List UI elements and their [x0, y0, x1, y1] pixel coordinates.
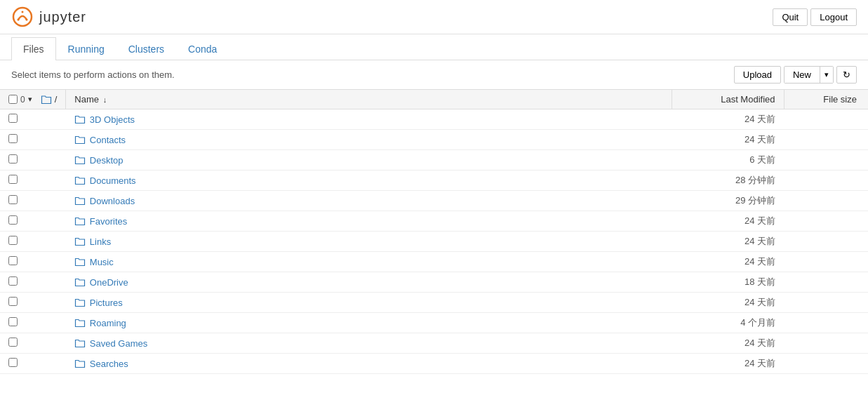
folder-icon [74, 257, 86, 267]
row-name-cell: Music [66, 252, 672, 272]
folder-icon [74, 216, 86, 226]
folder-icon [74, 338, 86, 348]
row-size-cell [784, 272, 868, 293]
folder-icon [74, 175, 86, 185]
row-checkbox-12[interactable] [8, 358, 18, 367]
folder-icon [74, 359, 86, 368]
th-check: 0 ▾ / [0, 90, 66, 109]
folder-link-8[interactable]: OneDrive [74, 277, 663, 288]
row-check-cell [0, 191, 66, 211]
new-dropdown-button[interactable]: ▾ [820, 67, 833, 83]
row-modified-cell: 24 天前 [672, 354, 784, 374]
table-row: Documents 28 分钟前 [0, 171, 868, 191]
select-all-checkbox[interactable] [8, 95, 18, 104]
th-name[interactable]: Name ↓ [66, 90, 672, 109]
table-row: OneDrive 18 天前 [0, 272, 868, 293]
table-row: Searches 24 天前 [0, 354, 868, 374]
row-checkbox-4[interactable] [8, 195, 18, 204]
file-name: Documents [90, 175, 136, 186]
row-modified-cell: 24 天前 [672, 130, 784, 150]
app-header: jupyter Quit Logout [0, 0, 868, 34]
folder-link-6[interactable]: Links [74, 236, 663, 247]
row-checkbox-6[interactable] [8, 236, 18, 245]
selected-count: 0 [20, 95, 25, 105]
new-button[interactable]: New [784, 67, 820, 83]
folder-link-11[interactable]: Saved Games [74, 338, 663, 349]
tab-files[interactable]: Files [11, 37, 56, 60]
tab-clusters[interactable]: Clusters [116, 37, 176, 60]
new-button-group: New ▾ [784, 66, 834, 84]
row-size-cell [784, 293, 868, 313]
row-checkbox-2[interactable] [8, 154, 18, 164]
row-check-cell [0, 211, 66, 232]
row-check-cell [0, 150, 66, 171]
folder-link-5[interactable]: Favorites [74, 216, 663, 227]
folder-link-4[interactable]: Downloads [74, 196, 663, 206]
th-last-modified[interactable]: Last Modified [672, 90, 784, 109]
row-checkbox-3[interactable] [8, 175, 18, 184]
table-row: Roaming 4 个月前 [0, 313, 868, 333]
row-modified-cell: 24 天前 [672, 252, 784, 272]
row-name-cell: Downloads [66, 191, 672, 211]
folder-link-3[interactable]: Documents [74, 175, 663, 186]
table-row: Desktop 6 天前 [0, 150, 868, 171]
row-size-cell [784, 354, 868, 374]
row-checkbox-0[interactable] [8, 114, 18, 123]
row-check-cell [0, 171, 66, 191]
row-modified-cell: 24 天前 [672, 293, 784, 313]
row-checkbox-1[interactable] [8, 134, 18, 143]
quit-button[interactable]: Quit [773, 8, 808, 26]
row-size-cell [784, 130, 868, 150]
tab-running[interactable]: Running [56, 37, 116, 60]
folder-link-7[interactable]: Music [74, 257, 663, 267]
table-row: Contacts 24 天前 [0, 130, 868, 150]
row-modified-cell: 4 个月前 [672, 313, 784, 333]
row-modified-cell: 28 分钟前 [672, 171, 784, 191]
jupyter-logo-icon [11, 6, 34, 28]
logout-button[interactable]: Logout [810, 8, 857, 26]
folder-link-12[interactable]: Searches [74, 359, 663, 369]
row-name-cell: Desktop [66, 150, 672, 171]
select-hint: Select items to perform actions on them. [11, 69, 175, 80]
row-checkbox-10[interactable] [8, 317, 18, 326]
row-check-cell [0, 293, 66, 313]
path-folder-icon [41, 95, 52, 105]
folder-link-9[interactable]: Pictures [74, 298, 663, 308]
upload-button[interactable]: Upload [734, 66, 781, 84]
row-check-cell [0, 130, 66, 150]
folder-link-2[interactable]: Desktop [74, 155, 663, 166]
refresh-button[interactable]: ↻ [836, 66, 857, 84]
row-name-cell: Roaming [66, 313, 672, 333]
folder-link-0[interactable]: 3D Objects [74, 114, 663, 125]
row-size-cell [784, 313, 868, 333]
folder-icon [74, 135, 86, 145]
file-name: Searches [90, 359, 128, 369]
row-checkbox-8[interactable] [8, 276, 18, 286]
row-name-cell: Pictures [66, 293, 672, 313]
table-row: Pictures 24 天前 [0, 293, 868, 313]
file-name: Pictures [90, 298, 123, 308]
row-check-cell [0, 252, 66, 272]
row-size-cell [784, 232, 868, 252]
folder-link-10[interactable]: Roaming [74, 318, 663, 328]
row-name-cell: Saved Games [66, 333, 672, 354]
row-checkbox-11[interactable] [8, 338, 18, 347]
row-check-cell [0, 109, 66, 130]
count-dropdown-icon[interactable]: ▾ [28, 95, 32, 104]
folder-link-1[interactable]: Contacts [74, 135, 663, 145]
row-name-cell: Documents [66, 171, 672, 191]
folder-icon [74, 196, 86, 206]
th-file-size[interactable]: File size [784, 90, 868, 109]
row-checkbox-9[interactable] [8, 297, 18, 306]
row-modified-cell: 24 天前 [672, 109, 784, 130]
logo-text: jupyter [39, 9, 86, 25]
row-check-cell [0, 313, 66, 333]
row-checkbox-5[interactable] [8, 215, 18, 225]
row-checkbox-7[interactable] [8, 256, 18, 265]
row-size-cell [784, 109, 868, 130]
file-name: Desktop [90, 155, 123, 166]
file-name: Favorites [90, 216, 127, 227]
tab-conda[interactable]: Conda [176, 37, 229, 60]
file-name: Links [90, 236, 111, 247]
row-check-cell [0, 272, 66, 293]
